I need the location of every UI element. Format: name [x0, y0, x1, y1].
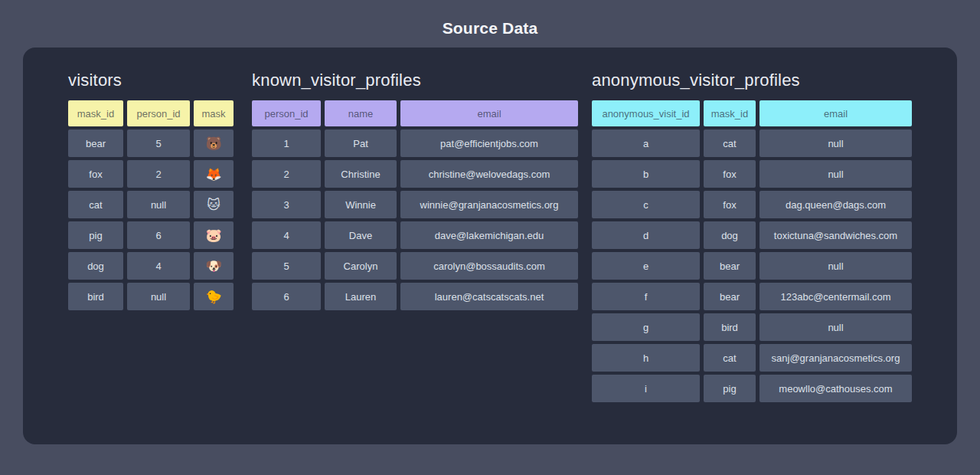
mask-emoji-cell: 🐤 [194, 283, 234, 310]
table-title: known_visitor_profiles [252, 70, 578, 90]
column-header-person_id: person_id [252, 100, 321, 126]
table-row: ddogtoxictuna@sandwiches.com [592, 221, 912, 249]
table-cell: pat@efficientjobs.com [400, 129, 578, 157]
mask-emoji-cell: 🐶 [194, 252, 234, 280]
table-cell: null [760, 252, 912, 280]
table-cell: meowllo@cathouses.com [760, 375, 912, 402]
table-cell: null [760, 313, 912, 341]
mask-emoji-cell: 🦊 [194, 160, 234, 188]
table-cell: 2 [252, 160, 321, 188]
table-row: pig6🐷 [68, 221, 234, 249]
table-cell: winnie@granjanacosmetics.org [400, 191, 578, 218]
table-row: 2Christinechristine@welovedags.com [252, 160, 578, 188]
table-cell: 5 [252, 252, 321, 280]
column-header-name: name [325, 100, 397, 126]
table-cell: a [592, 129, 700, 157]
table-cell: pig [704, 375, 756, 402]
column-header-email: email [400, 100, 578, 126]
table-cell: bear [704, 252, 756, 280]
table-cell: 4 [127, 252, 190, 280]
table-cell: Carolyn [325, 252, 397, 280]
table-cell: 4 [252, 221, 321, 249]
table-cell: b [592, 160, 700, 188]
table-cell: dog [704, 221, 756, 249]
table-cell: Pat [325, 129, 397, 157]
table-cell: i [592, 375, 700, 402]
table-cell: bear [704, 283, 756, 310]
table-cell: Lauren [325, 283, 397, 310]
table-anonymous_visitor_profiles: anonymous_visit_idmask_idemailacatnullbf… [592, 100, 912, 402]
table-cell: Winnie [325, 191, 397, 218]
table-cell: christine@welovedags.com [400, 160, 578, 188]
table-cell: cat [704, 129, 756, 157]
mask-emoji-cell: 🐷 [194, 221, 234, 249]
table-cell: toxictuna@sandwiches.com [760, 221, 912, 249]
table-row: fox2🦊 [68, 160, 234, 188]
table-cell: e [592, 252, 700, 280]
table-row: ipigmeowllo@cathouses.com [592, 375, 912, 402]
table-cell: Christine [325, 160, 397, 188]
table-cell: null [127, 283, 190, 310]
table-row: 5Carolyncarolyn@bossaudits.com [252, 252, 578, 280]
table-row: acatnull [592, 129, 912, 157]
table-section-anonymous_visitor_profiles: anonymous_visitor_profiles anonymous_vis… [592, 70, 912, 405]
table-row: hcatsanj@granjanacosmetics.org [592, 344, 912, 372]
table-row: fbear123abc@centermail.com [592, 283, 912, 310]
mask-emoji-cell: 🐻 [194, 129, 234, 157]
table-cell: d [592, 221, 700, 249]
table-cell: bear [68, 129, 123, 157]
table-cell: Dave [325, 221, 397, 249]
mask-emoji-cell: 🐱 [194, 191, 234, 218]
table-title: visitors [68, 70, 234, 90]
table-section-known_visitor_profiles: known_visitor_profiles person_idnameemai… [252, 70, 578, 313]
table-cell: null [127, 191, 190, 218]
table-row: ebearnull [592, 252, 912, 280]
table-cell: 123abc@centermail.com [760, 283, 912, 310]
table-cell: sanj@granjanacosmetics.org [760, 344, 912, 372]
table-cell: 3 [252, 191, 321, 218]
table-cell: pig [68, 221, 123, 249]
source-data-panel: visitors mask_idperson_idmaskbear5🐻fox2🦊… [23, 48, 957, 444]
table-cell: f [592, 283, 700, 310]
table-row: 6Laurenlauren@catscatscats.net [252, 283, 578, 310]
column-header-mask: mask [194, 100, 234, 126]
table-cell: 5 [127, 129, 190, 157]
table-row: bfoxnull [592, 160, 912, 188]
header-row: person_idnameemail [252, 100, 578, 126]
table-row: 1Patpat@efficientjobs.com [252, 129, 578, 157]
table-cell: carolyn@bossaudits.com [400, 252, 578, 280]
table-known_visitor_profiles: person_idnameemail1Patpat@efficientjobs.… [252, 100, 578, 310]
table-row: birdnull🐤 [68, 283, 234, 310]
table-cell: 6 [252, 283, 321, 310]
table-visitors: mask_idperson_idmaskbear5🐻fox2🦊catnull🐱p… [68, 100, 234, 310]
table-cell: lauren@catscatscats.net [400, 283, 578, 310]
table-cell: h [592, 344, 700, 372]
table-row: catnull🐱 [68, 191, 234, 218]
table-row: 4Davedave@lakemichigan.edu [252, 221, 578, 249]
column-header-person_id: person_id [127, 100, 190, 126]
table-cell: null [760, 160, 912, 188]
table-row: 3Winniewinnie@granjanacosmetics.org [252, 191, 578, 218]
table-row: gbirdnull [592, 313, 912, 341]
table-cell: bird [704, 313, 756, 341]
table-cell: 1 [252, 129, 321, 157]
column-header-email: email [760, 100, 912, 126]
table-row: cfoxdag.queen@dags.com [592, 191, 912, 218]
table-cell: dog [68, 252, 123, 280]
table-cell: cat [704, 344, 756, 372]
table-cell: dave@lakemichigan.edu [400, 221, 578, 249]
header-row: anonymous_visit_idmask_idemail [592, 100, 912, 126]
table-cell: bird [68, 283, 123, 310]
column-header-anonymous_visit_id: anonymous_visit_id [592, 100, 700, 126]
table-cell: g [592, 313, 700, 341]
table-section-visitors: visitors mask_idperson_idmaskbear5🐻fox2🦊… [68, 70, 234, 313]
column-header-mask_id: mask_id [68, 100, 123, 126]
table-cell: dag.queen@dags.com [760, 191, 912, 218]
table-row: dog4🐶 [68, 252, 234, 280]
table-cell: fox [704, 191, 756, 218]
table-title: anonymous_visitor_profiles [592, 70, 912, 90]
table-cell: 6 [127, 221, 190, 249]
column-header-mask_id: mask_id [704, 100, 756, 126]
table-cell: fox [704, 160, 756, 188]
table-cell: fox [68, 160, 123, 188]
